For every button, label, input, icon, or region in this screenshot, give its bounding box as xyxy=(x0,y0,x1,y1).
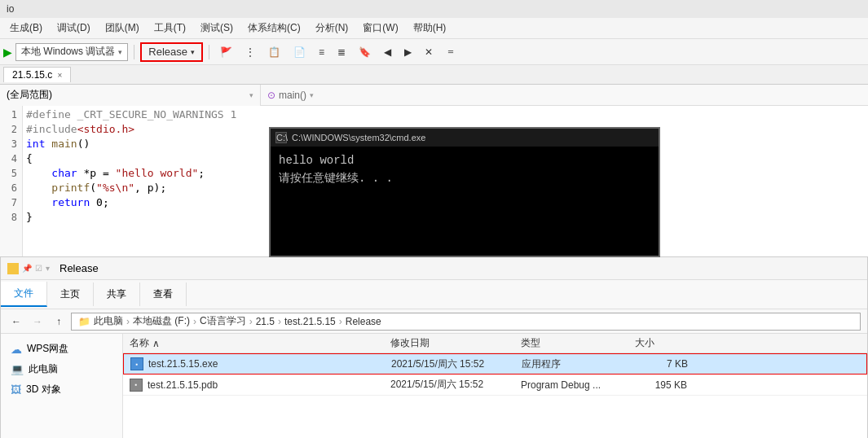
explorer-main: ☁ WPS网盘 💻 此电脑 🖼 3D 对象 名称 ∧ 修改日期 xyxy=(1,334,867,438)
menu-analyze[interactable]: 分析(N) xyxy=(309,20,355,37)
wps-cloud-icon: ☁ xyxy=(11,343,22,356)
nav-back-button[interactable]: ← xyxy=(7,313,25,331)
sidebar-label-wps: WPS网盘 xyxy=(27,342,68,356)
menu-bar: 生成(B) 调试(D) 团队(M) 工具(T) 测试(S) 体系结构(C) 分析… xyxy=(0,18,868,39)
scope-right-dropdown[interactable]: ⊙ main() ▾ xyxy=(261,90,320,101)
ribbon-down: ▾ xyxy=(46,264,50,273)
breadcrumb-pc: 此电脑 xyxy=(94,314,123,328)
ribbon-tab-file[interactable]: 文件 xyxy=(1,282,47,307)
title-text: io xyxy=(7,3,14,15)
ribbon-check: ☑ xyxy=(35,264,42,273)
release-button[interactable]: Release ▾ xyxy=(140,42,203,62)
nav-forward-button[interactable]: → xyxy=(29,313,46,331)
exe-icon: ▪ xyxy=(130,357,143,370)
col-header-name[interactable]: 名称 ∧ xyxy=(123,336,384,350)
col-header-type[interactable]: 类型 xyxy=(514,336,628,350)
debug-dropdown-arrow: ▾ xyxy=(118,48,122,56)
menu-debug[interactable]: 调试(D) xyxy=(51,20,97,37)
ribbon-tab-home[interactable]: 主页 xyxy=(47,283,94,306)
3d-icon: 🖼 xyxy=(11,383,21,396)
line-num-7: 7 xyxy=(0,195,22,210)
sidebar-item-thispc[interactable]: 💻 此电脑 xyxy=(1,359,122,379)
breadcrumb-disk: 本地磁盘 (F:) xyxy=(133,314,190,328)
toolbar-bookmark[interactable]: 🔖 xyxy=(354,45,376,59)
toolbar-btn-8[interactable]: ▶ xyxy=(399,45,416,59)
debug-selector[interactable]: 本地 Windows 调试器 ▾ xyxy=(15,43,128,61)
col-header-date[interactable]: 修改日期 xyxy=(384,336,514,350)
cmd-window[interactable]: C:\ C:\WINDOWS\system32\cmd.exe hello wo… xyxy=(269,127,660,257)
file-type-exe: 应用程序 xyxy=(515,357,629,371)
scope-left-dropdown[interactable]: (全局范围) ▾ xyxy=(0,85,261,106)
breadcrumb-test: test.21.5.15 xyxy=(284,316,336,327)
line-numbers: 1 2 3 4 5 6 7 8 xyxy=(0,106,23,256)
address-bar[interactable]: 📁 此电脑 › 本地磁盘 (F:) › C语言学习 › 21.5 › test.… xyxy=(71,313,861,331)
ribbon-tab-share[interactable]: 共享 xyxy=(94,283,140,306)
cmd-line-2: 请按任意键继续. . . xyxy=(279,169,650,187)
file-list: 名称 ∧ 修改日期 类型 大小 ▪ test.21.5.15.exe xyxy=(123,334,867,438)
folder-icon: 📁 xyxy=(78,316,90,327)
cmd-title: C:\WINDOWS\system32\cmd.exe xyxy=(292,133,425,142)
file-name-exe: ▪ test.21.5.15.exe xyxy=(124,357,385,370)
file-tab[interactable]: 21.5.15.c × xyxy=(3,67,71,82)
menu-team[interactable]: 团队(M) xyxy=(99,20,146,37)
explorer-title-label: Release xyxy=(59,262,99,274)
toolbar-sep-1 xyxy=(134,45,134,59)
explorer-nav: ← → ↑ 📁 此电脑 › 本地磁盘 (F:) › C语言学习 › 21.5 ›… xyxy=(1,309,867,334)
tab-close-icon[interactable]: × xyxy=(57,71,62,80)
exe-filename: test.21.5.15.exe xyxy=(148,358,218,370)
scope-bar: (全局范围) ▾ ⊙ main() ▾ xyxy=(0,85,868,106)
code-container: 1 2 3 4 5 6 7 8 #define _CRT_SECURE_NO_W… xyxy=(0,106,868,256)
toolbar-btn-1[interactable]: 🚩 xyxy=(215,45,237,59)
thispc-icon: 💻 xyxy=(11,363,24,375)
explorer: 📌 ☑ ▾ Release 文件 主页 共享 查看 ← → ↑ 📁 此电脑 › … xyxy=(0,256,868,438)
explorer-ribbon: 文件 主页 共享 查看 xyxy=(1,280,867,309)
sep-1: › xyxy=(126,316,130,327)
toolbar-btn-10[interactable]: ＝ xyxy=(441,43,460,60)
toolbar: ▶ 本地 Windows 调试器 ▾ Release ▾ 🚩 ⋮ 📋 📄 ≡ ≣… xyxy=(0,39,868,65)
breadcrumb-release: Release xyxy=(346,316,381,327)
file-size-exe: 7 KB xyxy=(629,358,694,370)
sidebar-item-wps[interactable]: ☁ WPS网盘 xyxy=(1,339,122,359)
menu-generate[interactable]: 生成(B) xyxy=(3,20,49,37)
col-header-size[interactable]: 大小 xyxy=(628,336,694,350)
toolbar-btn-7[interactable]: ◀ xyxy=(379,45,396,59)
tab-filename: 21.5.15.c xyxy=(12,69,52,81)
toolbar-sep-2 xyxy=(209,45,209,59)
menu-window[interactable]: 窗口(W) xyxy=(356,20,404,37)
sidebar-item-3d[interactable]: 🖼 3D 对象 xyxy=(1,379,122,400)
debug-label: 本地 Windows 调试器 xyxy=(21,45,115,59)
explorer-titlebar: 📌 ☑ ▾ Release xyxy=(1,257,867,280)
cmd-titlebar: C:\ C:\WINDOWS\system32\cmd.exe xyxy=(271,129,659,147)
menu-help[interactable]: 帮助(H) xyxy=(407,20,453,37)
nav-up-button[interactable]: ↑ xyxy=(50,313,68,331)
file-row-pdb[interactable]: ▪ test.21.5.15.pdb 2021/5/15/周六 15:52 Pr… xyxy=(123,374,867,396)
file-row-exe[interactable]: ▪ test.21.5.15.exe 2021/5/15/周六 15:52 应用… xyxy=(123,353,867,374)
code-line-1: #define _CRT_SECURE_NO_WARNINGS 1 xyxy=(26,107,865,122)
file-size-pdb: 195 KB xyxy=(628,379,694,391)
line-num-3: 3 xyxy=(0,137,22,151)
release-dropdown-arrow: ▾ xyxy=(191,48,195,56)
ribbon-tab-view[interactable]: 查看 xyxy=(140,283,187,306)
toolbar-btn-5[interactable]: ≡ xyxy=(314,45,329,59)
sidebar-label-thispc: 此电脑 xyxy=(29,362,58,376)
menu-arch[interactable]: 体系结构(C) xyxy=(241,20,307,37)
explorer-folder-icon xyxy=(7,263,19,274)
menu-tools[interactable]: 工具(T) xyxy=(148,20,192,37)
toolbar-btn-4[interactable]: 📄 xyxy=(289,45,311,59)
sep-2: › xyxy=(193,316,196,327)
run-button[interactable]: ▶ xyxy=(3,46,12,59)
file-name-pdb: ▪ test.21.5.15.pdb xyxy=(123,379,384,392)
menu-test[interactable]: 测试(S) xyxy=(194,20,240,37)
sep-3: › xyxy=(249,316,253,327)
file-date-exe: 2021/5/15/周六 15:52 xyxy=(385,357,515,371)
line-num-5: 5 xyxy=(0,166,22,181)
scope-right-label: main() xyxy=(279,90,306,101)
toolbar-btn-3[interactable]: 📋 xyxy=(263,45,285,59)
toolbar-btn-6[interactable]: ≣ xyxy=(333,45,350,59)
cmd-line-1: hello world xyxy=(279,151,650,169)
toolbar-btn-9[interactable]: ✕ xyxy=(420,45,438,59)
line-num-2: 2 xyxy=(0,122,22,137)
toolbar-btn-2[interactable]: ⋮ xyxy=(240,45,260,59)
col-name-label: 名称 xyxy=(130,336,149,350)
sidebar-label-3d: 3D 对象 xyxy=(26,383,61,396)
